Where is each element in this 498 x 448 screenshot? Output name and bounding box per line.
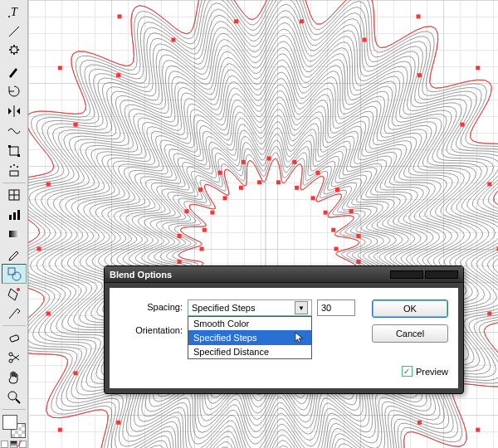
svg-rect-84 [218, 171, 222, 175]
svg-rect-94 [8, 145, 11, 148]
fill-swatch[interactable] [2, 415, 17, 430]
svg-rect-96 [10, 171, 18, 176]
spacing-value-input[interactable]: 30 [317, 299, 355, 316]
preview-label: Preview [416, 367, 448, 377]
svg-rect-9 [487, 183, 491, 187]
spacing-option-specified-distance[interactable]: Specified Distance [188, 345, 311, 358]
svg-point-90 [8, 16, 10, 17]
spacing-selected-value: Specified Steps [192, 303, 255, 313]
svg-point-97 [10, 166, 12, 168]
dialog-close[interactable] [425, 270, 458, 279]
ok-button[interactable]: OK [372, 299, 448, 318]
svg-rect-54 [356, 234, 360, 238]
svg-rect-93 [10, 147, 18, 155]
warp-tool[interactable] [2, 121, 27, 141]
svg-rect-40 [118, 14, 122, 18]
svg-rect-27 [116, 421, 120, 425]
svg-rect-104 [13, 212, 16, 220]
svg-rect-51 [324, 211, 328, 215]
svg-line-91 [9, 27, 19, 37]
svg-rect-7 [461, 123, 465, 127]
cancel-button[interactable]: Cancel [372, 324, 448, 343]
toolbar-divider [2, 409, 26, 410]
reflect-tool[interactable] [2, 101, 27, 121]
svg-point-108 [12, 272, 21, 280]
dropdown-arrow-icon[interactable]: ▼ [295, 301, 308, 314]
toolbar-divider [2, 183, 26, 183]
spacing-dropdown: Smooth Color Specified Steps Specified D… [188, 316, 312, 359]
svg-rect-13 [487, 312, 491, 316]
eraser-tool[interactable] [2, 328, 27, 348]
orientation-label: Orientation: [120, 323, 183, 335]
svg-rect-83 [223, 196, 227, 200]
svg-rect-37 [74, 123, 78, 127]
blend-tool[interactable] [2, 264, 27, 284]
dialog-title: Blend Options [110, 270, 390, 280]
eyedropper-tool[interactable] [2, 244, 27, 264]
hand-tool[interactable] [2, 368, 27, 387]
svg-rect-86 [242, 160, 246, 164]
svg-rect-29 [74, 371, 78, 375]
blend-options-dialog: Blend Options Spacing: Specified Steps ▼… [104, 265, 464, 394]
svg-rect-56 [356, 260, 360, 264]
svg-line-116 [16, 399, 20, 403]
svg-rect-87 [257, 180, 261, 184]
brush-tool[interactable] [2, 61, 27, 81]
cursor-icon [295, 332, 306, 343]
svg-rect-82 [198, 187, 203, 192]
svg-rect-17 [417, 421, 422, 425]
svg-rect-106 [9, 231, 19, 237]
wand-tool[interactable] [2, 41, 27, 61]
svg-rect-47 [295, 186, 299, 190]
dialog-minimize[interactable] [390, 270, 423, 279]
tools-panel: T ⁄ [0, 0, 28, 448]
svg-point-109 [17, 288, 20, 291]
color-swatch[interactable] [2, 415, 26, 438]
dialog-body: Spacing: Specified Steps ▼ Smooth Color … [110, 288, 458, 388]
svg-rect-49 [311, 196, 315, 200]
text-tool[interactable]: T [2, 2, 27, 22]
svg-point-112 [9, 359, 12, 363]
svg-rect-110 [9, 335, 18, 343]
slice-tool[interactable] [2, 304, 27, 324]
svg-rect-105 [17, 210, 20, 220]
svg-rect-41 [171, 38, 175, 42]
scissors-tool[interactable] [2, 348, 27, 368]
spacing-select[interactable]: Specified Steps ▼ Smooth Color Specified… [188, 299, 312, 316]
free-transform-tool[interactable] [2, 141, 27, 161]
svg-rect-95 [17, 154, 20, 157]
color-mode-indicators[interactable]: ⁄ [1, 441, 27, 448]
svg-text:T: T [11, 6, 18, 18]
mesh-tool[interactable] [2, 185, 27, 205]
svg-rect-77 [200, 247, 204, 251]
preview-checkbox[interactable]: ✓ [402, 366, 413, 377]
spacing-label: Spacing: [120, 299, 183, 312]
svg-rect-103 [9, 215, 12, 220]
spacing-option-smooth-color[interactable]: Smooth Color [188, 317, 311, 330]
svg-rect-44 [267, 157, 271, 161]
svg-point-99 [17, 166, 18, 168]
svg-rect-38 [58, 66, 62, 70]
graph-tool[interactable] [2, 205, 27, 225]
live-paint-tool[interactable] [2, 284, 27, 304]
dialog-titlebar[interactable]: Blend Options [105, 266, 463, 283]
line-tool[interactable] [2, 22, 27, 41]
svg-rect-35 [46, 183, 51, 187]
symbol-sprayer-tool[interactable] [2, 161, 27, 181]
gradient-tool[interactable] [2, 224, 27, 244]
svg-point-111 [9, 353, 12, 356]
svg-rect-45 [276, 180, 281, 184]
svg-rect-5 [417, 73, 422, 77]
svg-rect-78 [178, 234, 182, 238]
svg-rect-6 [476, 66, 480, 70]
svg-rect-76 [178, 260, 182, 264]
svg-point-98 [13, 164, 15, 166]
spacing-option-specified-steps[interactable]: Specified Steps [188, 330, 311, 345]
svg-rect-33 [37, 247, 42, 251]
svg-rect-85 [239, 186, 243, 190]
zoom-tool[interactable] [2, 387, 27, 407]
svg-rect-52 [349, 209, 354, 213]
svg-rect-28 [58, 428, 62, 432]
svg-rect-39 [116, 73, 120, 77]
rotate-tool[interactable] [2, 81, 27, 101]
